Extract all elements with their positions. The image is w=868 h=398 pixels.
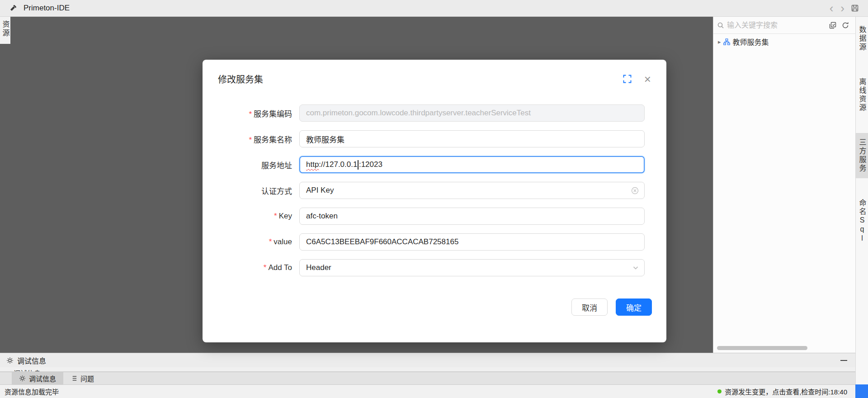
required-marker: * — [249, 110, 252, 118]
minimize-icon[interactable] — [840, 360, 847, 361]
key-value: afc-token — [306, 212, 338, 221]
dialog-header: 修改服务集 × — [203, 60, 666, 85]
debug-panel-title: 调试信息 — [17, 355, 46, 366]
field-auth-method: 认证方式 API Key — [203, 182, 645, 199]
strip-tab-offline-resources-label: 离线资源 — [857, 78, 868, 112]
required-marker: * — [274, 212, 277, 220]
strip-tab-datasource[interactable]: 数据源 — [856, 20, 868, 57]
resource-panel: ▸ 教师服务集 — [713, 17, 855, 353]
key-input[interactable]: afc-token — [299, 208, 645, 225]
top-bar: Primeton-IDE ‹ › — [0, 0, 868, 17]
tab-debug-info[interactable]: 调试信息 — [12, 372, 63, 384]
strip-tab-datasource-label: 数据源 — [857, 26, 868, 52]
refresh-icon[interactable] — [839, 22, 852, 29]
sidebar-tab-resources[interactable]: 资源 — [0, 17, 10, 44]
app-logo-icon — [6, 4, 20, 12]
field-value: *value C6A5C13BEEBAF9F660ACCACAB7258165 — [203, 233, 645, 251]
service-set-name-value: 教师服务集 — [306, 133, 344, 145]
strip-tab-named-sql[interactable]: 命名Sql — [856, 194, 868, 249]
dialog-footer: 取消 确定 — [203, 298, 666, 316]
dialog-form: *服务集编码 com.primeton.gocom.lowcode.thirdp… — [203, 104, 666, 285]
strip-tab-named-sql-label: 命名Sql — [857, 199, 868, 243]
service-set-code-value: com.primeton.gocom.lowcode.thirdpartyser… — [306, 109, 531, 118]
status-left-text: 资源信息加载完毕 — [5, 387, 59, 396]
dialog-title: 修改服务集 — [218, 72, 263, 85]
service-address-input[interactable]: http://127.0.0.1:12023 — [299, 156, 645, 173]
debug-info-panel-header[interactable]: 调试信息 — [0, 353, 855, 367]
tree-expand-caret-icon[interactable]: ▸ — [718, 38, 721, 45]
close-icon[interactable]: × — [644, 75, 651, 84]
auth-method-select[interactable]: API Key — [299, 182, 645, 199]
service-address-host: ://127.0.0.1 — [319, 160, 357, 169]
horizontal-scrollbar[interactable] — [717, 346, 844, 350]
app-title: Primeton-IDE — [24, 4, 70, 13]
chevron-down-icon — [632, 260, 639, 276]
service-set-icon — [723, 38, 730, 45]
field-add-to: *Add To Header — [203, 259, 645, 276]
auth-method-value: API Key — [306, 186, 334, 195]
horizontal-scrollbar-thumb[interactable] — [717, 346, 807, 350]
required-marker: * — [249, 136, 252, 144]
add-to-select[interactable]: Header — [299, 259, 645, 276]
modify-service-set-dialog: 修改服务集 × *服务集编码 com.primeton.gocom.lowcod… — [203, 60, 666, 342]
search-input[interactable] — [727, 21, 826, 29]
field-service-address-label: 服务地址 — [203, 159, 292, 171]
strip-tab-offline-resources[interactable]: 离线资源 — [856, 72, 868, 118]
bottom-tab-bar: 调试信息 问题 — [0, 372, 855, 384]
field-service-address: 服务地址 http://127.0.0.1:12023 — [203, 156, 645, 173]
nav-forward-icon[interactable]: › — [837, 1, 848, 15]
field-service-set-name-label: *服务集名称 — [203, 133, 292, 145]
right-tool-strip: 数据源 离线资源 三方服务 命名Sql — [855, 17, 868, 384]
sidebar-tab-resources-label: 资源 — [0, 20, 11, 38]
text-caret — [358, 160, 359, 170]
debug-clipped-row: 调试信息 — [0, 367, 855, 372]
clear-icon[interactable] — [631, 182, 639, 199]
required-marker: * — [264, 263, 267, 272]
tab-debug-info-label: 调试信息 — [29, 374, 56, 383]
debug-clipped-label: 调试信息 — [14, 368, 41, 372]
search-icon — [717, 22, 724, 29]
field-service-set-name: *服务集名称 教师服务集 — [203, 130, 645, 147]
tree-item-label: 教师服务集 — [733, 36, 769, 47]
status-success-dot-icon — [717, 389, 722, 393]
fullscreen-icon[interactable] — [623, 75, 632, 83]
cancel-button[interactable]: 取消 — [571, 298, 608, 316]
status-right-text[interactable]: 资源发生变更，点击查看,检查时间:18:40 — [725, 387, 847, 396]
strip-tab-thirdparty-services-label: 三方服务 — [857, 138, 868, 173]
debug-clipped-text: 调试信息 — [0, 368, 855, 372]
service-set-name-input[interactable]: 教师服务集 — [299, 130, 645, 147]
tree-item-teacher-service-set[interactable]: ▸ 教师服务集 — [713, 34, 855, 49]
strip-tab-thirdparty-services[interactable]: 三方服务 — [856, 133, 868, 178]
add-to-value: Header — [306, 263, 331, 272]
ok-button[interactable]: 确定 — [616, 298, 652, 316]
service-address-scheme: http — [306, 160, 319, 169]
service-set-code-input: com.primeton.gocom.lowcode.thirdpartyser… — [299, 104, 645, 122]
corner-notification-block[interactable] — [855, 384, 868, 398]
field-service-set-code-label: *服务集编码 — [203, 108, 292, 119]
field-key-label: *Key — [203, 212, 292, 221]
save-icon[interactable] — [848, 4, 862, 12]
nav-back-icon[interactable]: ‹ — [826, 1, 837, 15]
tab-problems-label: 问题 — [80, 374, 94, 383]
required-marker: * — [269, 237, 272, 246]
field-value-label: *value — [203, 237, 292, 246]
value-input[interactable]: C6A5C13BEEBAF9F660ACCACAB7258165 — [299, 233, 645, 251]
collapse-all-icon[interactable] — [826, 22, 839, 29]
field-add-to-label: *Add To — [203, 263, 292, 272]
field-service-set-code: *服务集编码 com.primeton.gocom.lowcode.thirdp… — [203, 104, 645, 122]
tab-problems[interactable]: 问题 — [63, 372, 101, 384]
status-bar: 资源信息加载完毕 资源发生变更，点击查看,检查时间:18:40 — [0, 384, 868, 398]
search-row — [713, 17, 855, 34]
debug-icon — [6, 357, 14, 364]
field-auth-method-label: 认证方式 — [203, 185, 292, 196]
service-address-port: :12023 — [359, 160, 382, 169]
field-key: *Key afc-token — [203, 208, 645, 225]
value-value: C6A5C13BEEBAF9F660ACCACAB7258165 — [306, 237, 458, 246]
